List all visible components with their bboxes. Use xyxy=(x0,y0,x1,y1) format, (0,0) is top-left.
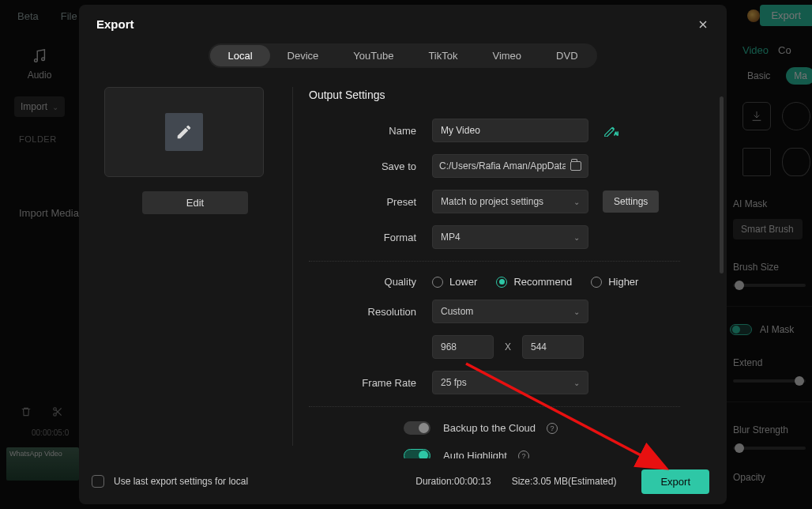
vertical-divider xyxy=(292,87,293,446)
chevron-down-icon: ⌄ xyxy=(573,379,580,387)
tab-youtube[interactable]: YouTube xyxy=(336,45,411,66)
folder-icon[interactable] xyxy=(570,161,581,171)
duration-info: Duration:00:00:13 xyxy=(415,476,491,487)
format-select[interactable]: MP4 ⌄ xyxy=(432,225,588,249)
preset-label: Preset xyxy=(309,196,432,208)
section-divider xyxy=(309,406,680,407)
name-label: Name xyxy=(309,125,432,137)
tab-device[interactable]: Device xyxy=(270,45,336,66)
saveto-field[interactable]: C:/Users/Rafia Aman/AppData xyxy=(432,154,588,178)
tab-dvd[interactable]: DVD xyxy=(539,45,595,66)
tab-local[interactable]: Local xyxy=(210,45,269,66)
framerate-label: Frame Rate xyxy=(309,377,432,389)
export-tabs: Local Device YouTube TikTok Vimeo DVD xyxy=(79,37,727,79)
preview-thumbnail xyxy=(104,87,264,177)
ai-rename-icon[interactable]: AI xyxy=(603,124,618,137)
settings-button[interactable]: Settings xyxy=(603,190,659,213)
dimension-x: X xyxy=(505,341,511,353)
chevron-down-icon: ⌄ xyxy=(573,233,580,242)
auto-highlight-label: Auto Highlight xyxy=(443,450,507,458)
preset-value: Match to project settings xyxy=(441,196,543,207)
pencil-icon xyxy=(165,113,203,151)
export-dialog: Export Local Device YouTube TikTok Vimeo… xyxy=(79,5,727,504)
export-button[interactable]: Export xyxy=(641,469,709,494)
info-icon[interactable]: ? xyxy=(547,423,558,434)
use-last-settings-label: Use last export settings for local xyxy=(114,476,248,487)
close-icon[interactable] xyxy=(697,18,709,31)
chevron-down-icon: ⌄ xyxy=(573,198,580,206)
output-settings-heading: Output Settings xyxy=(309,89,712,101)
dialog-footer: Use last export settings for local Durat… xyxy=(79,458,727,504)
framerate-value: 25 fps xyxy=(441,377,467,388)
format-label: Format xyxy=(309,232,432,243)
chevron-down-icon: ⌄ xyxy=(573,307,580,316)
quality-label: Quality xyxy=(309,276,432,288)
tab-vimeo[interactable]: Vimeo xyxy=(475,45,539,66)
name-input[interactable] xyxy=(432,119,588,142)
framerate-select[interactable]: 25 fps ⌄ xyxy=(432,371,588,394)
saveto-label: Save to xyxy=(309,160,432,172)
use-last-settings-checkbox[interactable] xyxy=(92,475,104,488)
tab-tiktok[interactable]: TikTok xyxy=(411,45,475,66)
resolution-label: Resolution xyxy=(309,306,432,318)
resolution-value: Custom xyxy=(441,306,473,317)
svg-text:AI: AI xyxy=(615,131,618,136)
saveto-path: C:/Users/Rafia Aman/AppData xyxy=(439,160,566,172)
scrollbar-thumb[interactable] xyxy=(720,96,724,273)
size-info: Size:3.05 MB(Estimated) xyxy=(512,476,617,487)
auto-highlight-toggle[interactable] xyxy=(404,449,430,458)
format-value: MP4 xyxy=(441,232,461,243)
quality-recommend-radio[interactable]: Recommend xyxy=(496,276,572,288)
section-divider xyxy=(309,261,680,262)
width-input[interactable] xyxy=(432,335,494,359)
info-icon[interactable]: ? xyxy=(518,451,529,459)
quality-higher-radio[interactable]: Higher xyxy=(591,276,638,288)
resolution-select[interactable]: Custom ⌄ xyxy=(432,300,588,323)
height-input[interactable] xyxy=(522,335,584,359)
dialog-title: Export xyxy=(96,17,134,31)
edit-button[interactable]: Edit xyxy=(142,191,248,214)
preset-select[interactable]: Match to project settings ⌄ xyxy=(432,190,588,213)
backup-cloud-toggle[interactable] xyxy=(404,421,430,435)
quality-lower-radio[interactable]: Lower xyxy=(432,276,477,288)
backup-cloud-label: Backup to the Cloud xyxy=(443,422,536,434)
